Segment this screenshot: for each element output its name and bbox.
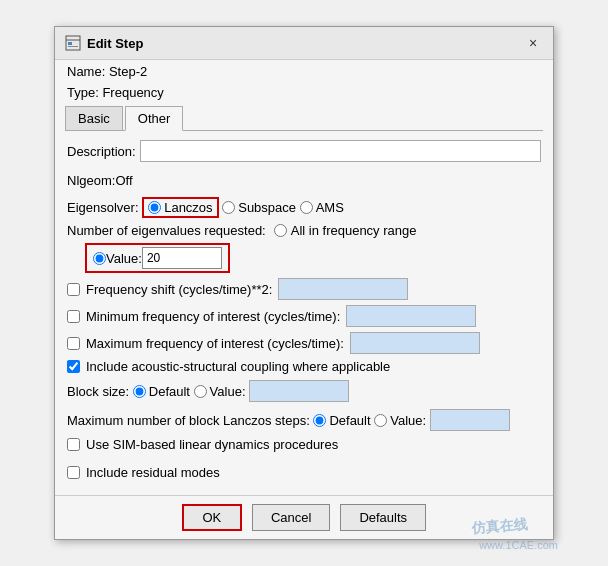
max-freq-checkbox[interactable] xyxy=(67,337,80,350)
tab-basic[interactable]: Basic xyxy=(65,106,123,131)
description-row: Description: xyxy=(67,139,541,163)
close-button[interactable]: × xyxy=(523,33,543,53)
sim-row: Use SIM-based linear dynamics procedures xyxy=(67,437,541,452)
subspace-option[interactable]: Subspace xyxy=(222,200,296,215)
radio-value[interactable] xyxy=(93,252,106,265)
svg-rect-2 xyxy=(68,42,72,45)
type-label: Type: xyxy=(67,85,99,100)
max-block-default-label: Default xyxy=(329,413,370,428)
max-freq-input[interactable] xyxy=(350,332,480,354)
edit-step-dialog: Edit Step × Name: Step-2 Type: Frequency… xyxy=(54,26,554,540)
radio-ams[interactable] xyxy=(300,201,313,214)
min-freq-input[interactable] xyxy=(346,305,476,327)
max-freq-row: Maximum frequency of interest (cycles/ti… xyxy=(67,332,541,354)
step-type-value: Frequency xyxy=(102,85,163,100)
tab-other[interactable]: Other xyxy=(125,106,184,131)
min-freq-label: Minimum frequency of interest (cycles/ti… xyxy=(86,309,340,324)
title-bar: Edit Step × xyxy=(55,27,553,60)
nlgeom-label: Nlgeom: xyxy=(67,173,115,188)
acoustic-checkbox[interactable] xyxy=(67,360,80,373)
description-input[interactable] xyxy=(140,140,541,162)
residual-row: Include residual modes xyxy=(67,465,541,480)
step-type-row: Type: Frequency xyxy=(55,81,553,102)
eigensolver-row: Eigensolver: Lanczos Subspace AMS xyxy=(67,197,541,218)
step-name-value: Step-2 xyxy=(109,64,147,79)
defaults-button[interactable]: Defaults xyxy=(340,504,426,531)
ok-button[interactable]: OK xyxy=(182,504,242,531)
step-name-row: Name: Step-2 xyxy=(55,60,553,81)
freq-shift-checkbox[interactable] xyxy=(67,283,80,296)
ams-label: AMS xyxy=(316,200,344,215)
footer: OK Cancel Defaults xyxy=(55,495,553,539)
residual-label: Include residual modes xyxy=(86,465,220,480)
dialog-icon xyxy=(65,35,81,51)
radio-lanczos[interactable] xyxy=(148,201,161,214)
value-row: Value: xyxy=(85,243,541,273)
tab-content: Description: Nlgeom: Off Eigensolver: La… xyxy=(55,131,553,495)
sim-checkbox[interactable] xyxy=(67,438,80,451)
block-size-label: Block size: xyxy=(67,384,129,399)
ams-option[interactable]: AMS xyxy=(300,200,344,215)
subspace-label: Subspace xyxy=(238,200,296,215)
radio-block-default[interactable] xyxy=(133,385,146,398)
block-size-row: Block size: Default Value: xyxy=(67,379,541,403)
block-default-label: Default xyxy=(149,384,190,399)
lanczos-label: Lanczos xyxy=(164,200,212,215)
residual-checkbox[interactable] xyxy=(67,466,80,479)
svg-rect-3 xyxy=(68,46,78,47)
max-freq-label: Maximum frequency of interest (cycles/ti… xyxy=(86,336,344,351)
watermark-line2: www.1CAE.com xyxy=(479,539,558,551)
eigenvalues-row: Number of eigenvalues requested: All in … xyxy=(67,223,541,238)
max-block-row: Maximum number of block Lanczos steps: D… xyxy=(67,408,541,432)
eigensolver-label: Eigensolver: xyxy=(67,200,139,215)
value-box: Value: xyxy=(85,243,230,273)
dialog-title: Edit Step xyxy=(87,36,143,51)
description-label: Description: xyxy=(67,144,136,159)
all-in-freq-label: All in frequency range xyxy=(291,223,417,238)
sim-label: Use SIM-based linear dynamics procedures xyxy=(86,437,338,452)
acoustic-row: Include acoustic-structural coupling whe… xyxy=(67,359,541,374)
radio-all-in-freq[interactable] xyxy=(274,224,287,237)
max-block-value-label: Value: xyxy=(390,413,426,428)
tab-bar: Basic Other xyxy=(65,106,543,131)
nlgeom-row: Nlgeom: Off xyxy=(67,168,541,192)
radio-max-block-default[interactable] xyxy=(313,414,326,427)
max-block-label: Maximum number of block Lanczos steps: xyxy=(67,413,310,428)
title-bar-left: Edit Step xyxy=(65,35,143,51)
lanczos-highlight: Lanczos xyxy=(142,197,218,218)
radio-subspace[interactable] xyxy=(222,201,235,214)
freq-shift-label: Frequency shift (cycles/time)**2: xyxy=(86,282,272,297)
name-label: Name: xyxy=(67,64,105,79)
min-freq-row: Minimum frequency of interest (cycles/ti… xyxy=(67,305,541,327)
max-block-value-option[interactable]: Value: xyxy=(374,413,426,428)
block-value-label: Value: xyxy=(210,384,246,399)
value-label: Value: xyxy=(106,251,142,266)
radio-block-value[interactable] xyxy=(194,385,207,398)
freq-shift-row: Frequency shift (cycles/time)**2: xyxy=(67,278,541,300)
cancel-button[interactable]: Cancel xyxy=(252,504,330,531)
max-block-input[interactable] xyxy=(430,409,510,431)
radio-max-block-value[interactable] xyxy=(374,414,387,427)
acoustic-label: Include acoustic-structural coupling whe… xyxy=(86,359,390,374)
block-default-option[interactable]: Default xyxy=(133,384,190,399)
block-value-option[interactable]: Value: xyxy=(194,384,246,399)
eigenvalues-label: Number of eigenvalues requested: xyxy=(67,223,266,238)
min-freq-checkbox[interactable] xyxy=(67,310,80,323)
value-input[interactable] xyxy=(142,247,222,269)
all-in-freq-option: All in frequency range xyxy=(274,223,417,238)
nlgeom-value: Off xyxy=(115,173,132,188)
max-block-default-option[interactable]: Default xyxy=(313,413,370,428)
block-size-input[interactable] xyxy=(249,380,349,402)
freq-shift-input[interactable] xyxy=(278,278,408,300)
